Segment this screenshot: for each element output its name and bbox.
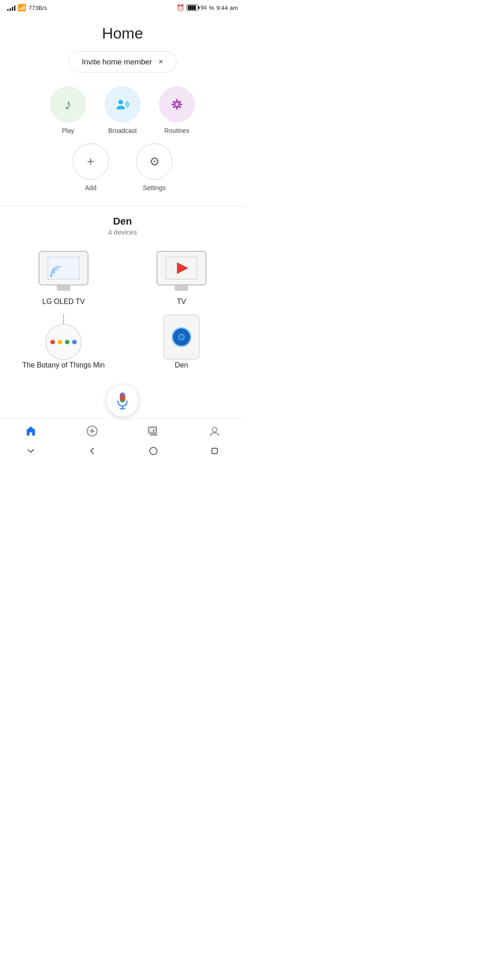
lg-tv-icon-wrap xyxy=(36,248,91,289)
signal-icon xyxy=(7,5,15,11)
status-right: ⏰ 94% 9:44 am xyxy=(176,4,238,11)
lg-tv-icon xyxy=(39,251,88,285)
svg-rect-15 xyxy=(120,392,125,402)
broadcast-circle xyxy=(104,86,141,122)
cast-icon xyxy=(48,257,79,279)
device-grid: LG OLED TV ⚙ TV xyxy=(9,243,236,371)
music-note-icon: ♪ xyxy=(64,96,72,113)
play-circle: ♪ xyxy=(50,86,86,122)
close-icon[interactable]: × xyxy=(158,57,163,67)
den-section-header: Den 4 devices xyxy=(9,216,236,236)
routines-icon xyxy=(168,96,186,113)
nav-discover[interactable] xyxy=(82,423,103,439)
nav-media[interactable] xyxy=(143,423,164,439)
mic-bar xyxy=(0,380,245,418)
actions-row-2: + Add ⚙ Settings xyxy=(9,143,236,191)
nav-home[interactable] xyxy=(20,423,41,439)
profile-icon xyxy=(209,425,220,437)
broadcast-label: Broadcast xyxy=(108,127,137,134)
recent-apps-icon xyxy=(210,446,220,456)
mini-pole xyxy=(63,314,64,324)
battery-level: 94 xyxy=(201,5,206,11)
android-home-button[interactable] xyxy=(148,446,158,456)
add-circle: + xyxy=(73,143,109,180)
mini-dots xyxy=(50,340,77,344)
gear-icon: ⚙ xyxy=(149,155,160,169)
mini-speaker-icon xyxy=(45,324,82,360)
android-recent-button[interactable] xyxy=(210,446,220,456)
device-count: 4 devices xyxy=(9,228,236,236)
bottom-nav xyxy=(0,418,245,442)
botany-name: The Botany of Things Min xyxy=(22,361,105,369)
play-label: Play xyxy=(62,127,74,134)
device-den[interactable]: ⚙ Den xyxy=(127,312,236,371)
section-name: Den xyxy=(9,216,236,227)
svg-rect-3 xyxy=(176,99,178,101)
speaker-circle xyxy=(172,327,191,347)
section-divider xyxy=(0,206,245,206)
alarm-icon: ⏰ xyxy=(176,4,184,11)
network-speed: 773B/s xyxy=(29,5,47,11)
media-icon xyxy=(147,425,159,437)
lg-tv-name: LG OLED TV xyxy=(42,298,85,306)
compass-icon xyxy=(86,425,98,437)
svg-rect-30 xyxy=(212,448,217,454)
den-name: Den xyxy=(175,361,188,369)
battery-icon xyxy=(186,5,198,11)
settings-action[interactable]: ⚙ Settings xyxy=(136,143,172,191)
svg-rect-5 xyxy=(172,104,174,105)
nav-profile[interactable] xyxy=(204,423,225,439)
tv-icon-wrap: ⚙ xyxy=(154,248,209,289)
invite-label: Invite home member xyxy=(82,58,152,67)
svg-point-29 xyxy=(150,447,157,455)
play-tv-icon xyxy=(166,257,197,279)
dot-green xyxy=(65,340,69,344)
den-speaker-icon xyxy=(163,314,200,360)
status-bar: 📶 773B/s ⏰ 94% 9:44 am xyxy=(0,0,245,14)
svg-point-2 xyxy=(175,103,179,106)
svg-point-0 xyxy=(118,100,123,104)
status-left: 📶 773B/s xyxy=(7,4,47,12)
plus-icon: + xyxy=(87,154,94,169)
dot-blue xyxy=(72,340,77,344)
invite-home-member-button[interactable]: Invite home member × xyxy=(69,51,176,73)
mic-button[interactable] xyxy=(107,385,138,416)
android-down-button[interactable] xyxy=(26,446,36,456)
settings-label: Settings xyxy=(143,184,166,191)
broadcast-icon xyxy=(114,96,131,113)
routines-action[interactable]: Routines xyxy=(159,86,195,134)
wifi-icon: 📶 xyxy=(18,4,26,12)
settings-circle: ⚙ xyxy=(136,143,172,180)
play-action[interactable]: ♪ Play xyxy=(50,86,86,134)
actions-row-1: ♪ Play Broadcast xyxy=(9,86,236,134)
svg-rect-4 xyxy=(176,108,178,110)
speaker-inner xyxy=(178,334,185,340)
svg-point-12 xyxy=(50,274,53,277)
tv-icon xyxy=(157,251,206,285)
broadcast-action[interactable]: Broadcast xyxy=(104,86,141,134)
svg-rect-6 xyxy=(180,104,182,105)
add-label: Add xyxy=(85,184,97,191)
tv-stand-2 xyxy=(175,286,188,291)
android-home-icon xyxy=(148,446,158,456)
add-action[interactable]: + Add xyxy=(73,143,109,191)
den-icon-wrap: ⚙ xyxy=(154,317,209,358)
android-back-button[interactable] xyxy=(87,446,97,456)
svg-rect-27 xyxy=(150,434,157,436)
dot-yellow xyxy=(58,340,62,344)
microphone-icon xyxy=(115,392,130,410)
home-icon xyxy=(25,425,37,437)
device-lg-oled-tv[interactable]: LG OLED TV xyxy=(9,243,118,308)
tv-name: TV xyxy=(177,298,186,306)
routines-label: Routines xyxy=(164,127,189,134)
svg-point-28 xyxy=(212,427,217,432)
tv-stand xyxy=(57,286,70,291)
routines-circle xyxy=(159,86,195,122)
botany-icon-wrap xyxy=(36,317,91,358)
time: 9:44 am xyxy=(216,5,238,11)
android-nav-bar xyxy=(0,442,245,461)
device-tv[interactable]: ⚙ TV xyxy=(127,243,236,308)
device-botany[interactable]: The Botany of Things Min xyxy=(9,312,118,371)
down-arrow-icon xyxy=(26,446,36,456)
dot-red xyxy=(50,340,55,344)
